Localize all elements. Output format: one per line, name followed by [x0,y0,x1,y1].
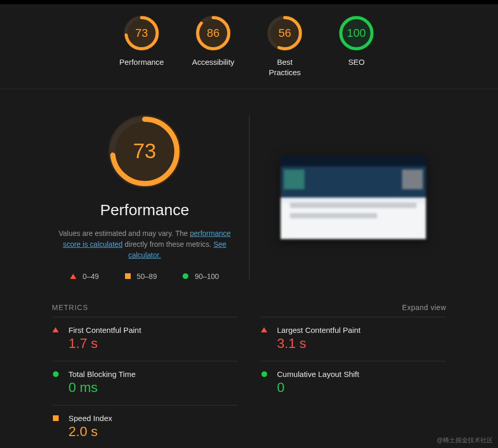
main-content: 73 Performance Values are estimated and … [0,89,498,449]
category-gauge-seo[interactable]: 100 SEO [330,16,382,78]
gauge-label: Accessibility [192,57,234,67]
category-gauge-best-practices[interactable]: 56 BestPractices [259,16,311,78]
score-legend: 0–49 50–89 90–100 [70,272,219,281]
window-topbar [0,0,498,4]
metric-name: Speed Index [68,414,238,423]
category-header: 73 Performance 86 Accessibility 56 BestP… [0,4,498,89]
hero-title: Performance [100,201,189,219]
dot-green-icon [261,371,267,377]
triangle-red-icon [261,327,267,332]
performance-hero: 73 Performance Values are estimated and … [52,115,446,281]
metric-value: 1.7 s [68,335,238,352]
hero-desc-mid: directly from these metrics. [125,240,213,248]
metric-row[interactable]: Speed Index 2.0 s [52,405,238,449]
hero-desc-prefix: Values are estimated and may vary. The [59,229,190,237]
metric-name: Largest Contentful Paint [277,326,446,334]
metric-row[interactable]: Total Blocking Time 0 ms [52,361,238,405]
metric-row[interactable]: Largest Contentful Paint 3.1 s [260,317,446,361]
dot-green-icon [53,371,59,377]
metric-row[interactable]: First Contentful Paint 1.7 s [52,317,238,361]
metric-row[interactable]: Cumulative Layout Shift 0 [260,361,446,405]
sq-orange-icon [125,273,131,279]
triangle-red-icon [52,327,59,332]
legend-text: 0–49 [82,272,99,281]
performance-big-gauge: 73 [108,115,181,188]
metric-name: Total Blocking Time [68,370,238,379]
metrics-header: METRICS Expand view [52,303,446,312]
dot-green-icon [183,273,188,279]
metric-value: 0 ms [68,380,238,396]
expand-view-button[interactable]: Expand view [402,303,446,312]
metric-value: 3.1 s [277,335,446,352]
category-gauge-accessibility[interactable]: 86 Accessibility [187,16,239,78]
hero-description: Values are estimated and may vary. The p… [52,228,238,261]
metric-value: 2.0 s [68,424,238,440]
legend-text: 50–89 [137,272,157,281]
legend-item: 0–49 [70,272,99,281]
hero-left-panel: 73 Performance Values are estimated and … [52,115,250,281]
legend-item: 50–89 [125,272,157,281]
square-orange-icon [53,415,59,421]
hero-right-panel [261,115,447,281]
metric-value: 0 [277,380,446,396]
legend-item: 90–100 [183,272,219,281]
tri-red-icon [70,274,76,279]
gauge-label: BestPractices [269,57,301,78]
metrics-title: METRICS [52,303,88,312]
gauge-label: Performance [119,57,164,67]
gauge-label: SEO [348,57,365,67]
metrics-grid: First Contentful Paint 1.7 s Largest Con… [52,317,446,449]
watermark: @稀土掘金技术社区 [437,436,493,445]
metric-name: First Contentful Paint [68,326,238,334]
page-screenshot-thumbnail [281,156,426,239]
category-gauge-performance[interactable]: 73 Performance [116,16,168,78]
metric-name: Cumulative Layout Shift [277,370,446,379]
legend-text: 90–100 [195,272,219,281]
